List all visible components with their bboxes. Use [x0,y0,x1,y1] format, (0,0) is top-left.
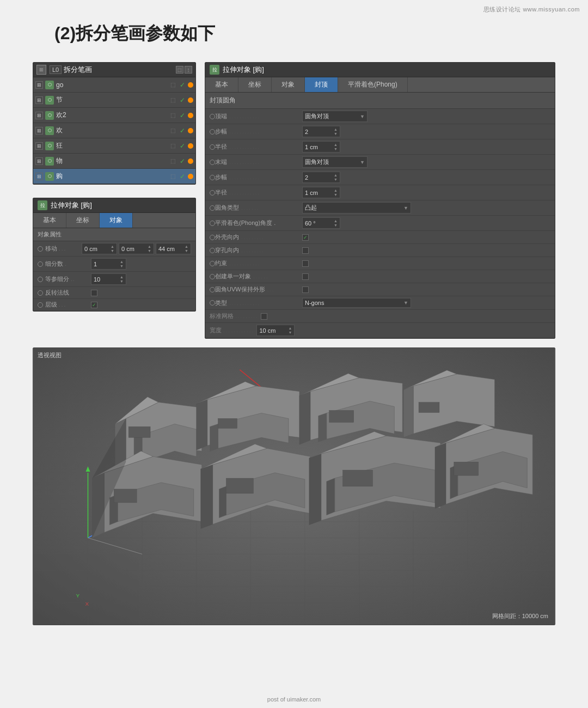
subdiv-input[interactable]: 1 ▲▼ [91,258,126,270]
list-item[interactable]: ⊞ ⬡ go ⬚ ✓ [33,77,195,93]
layer-ctrl-2[interactable]: ⋮ [185,66,192,74]
list-item[interactable]: ⊞ ⬡ 欢 ⬚ ✓ [33,123,195,138]
expand-btn[interactable]: ⊞ [35,96,43,104]
radio-phong [210,221,215,226]
tab-cap[interactable]: 封顶 [305,77,338,92]
label-bot: 末端 ............ [215,158,302,166]
move-y-val: 0 cm [121,246,134,252]
radio-shell [210,235,215,240]
expand-btn[interactable]: ⊞ [35,173,43,180]
hierarchy-check[interactable]: ✓ [91,302,97,308]
expand-btn[interactable]: ⊞ [35,112,43,119]
tab-coord[interactable]: 坐标 [238,77,272,92]
iso-input[interactable]: 10 ▲▼ [91,273,126,285]
prop-move: 移动 ... 0 cm ▲▼ 0 cm ▲▼ 44 cm ▲▼ [33,241,195,257]
iso-spinner[interactable]: ▲▼ [120,275,124,283]
check-vis: ✓ [178,96,187,105]
expand-btn[interactable]: ⊞ [35,157,43,165]
select-corner[interactable]: 凸起 ▼ [302,202,411,213]
prop-corner-type: 圆角类型 ....... 凸起 ▼ [205,200,555,216]
dropdown-arrow-3: ▼ [403,205,408,211]
prop-std-mesh: 标准网格 ......... [205,310,555,323]
list-item[interactable]: ⊞ ⬡ 狂 ⬚ ✓ [33,138,195,154]
layer-name: 狂 [56,141,166,150]
tab-basic[interactable]: 基本 [205,77,238,92]
layer-ctrl-1[interactable]: ⬚ [176,66,183,74]
list-item[interactable]: ⊞ ⬡ 节 ⬚ ✓ [33,93,195,108]
check-hole[interactable] [302,247,309,254]
prop-flip-normals: 反转法线 [33,287,195,299]
input-step2[interactable]: 2 ▲▼ [302,172,340,183]
check-shell[interactable]: ✓ [302,234,309,241]
spinner-width[interactable]: ▲▼ [288,326,292,334]
orange-dot [188,97,193,103]
expand-btn[interactable]: ⊞ [35,142,43,150]
tab-phong[interactable]: 平滑着色(Phong) [338,77,408,92]
val-step1: 2 ▲▼ [302,126,340,137]
prop-bottom-end: 末端 ............ 圆角对顶 ▼ [205,155,555,170]
label-step1: 步幅 ............ [215,127,302,136]
svg-rect-62 [329,411,354,423]
input-step2-val: 2 [305,174,308,181]
prop-label-move: 移动 ... [45,245,79,253]
spinner-r2[interactable]: ▲▼ [334,188,338,197]
right-panel: 拉 拉伸对象 [购] 基本 坐标 对象 封顶 平滑着色(Phong) 封顶圆角 … [205,62,555,339]
3d-viewport[interactable]: 透视视图 [33,347,555,625]
subdiv-spinner[interactable]: ▲▼ [120,260,124,268]
spinner-z[interactable]: ▲▼ [185,245,188,253]
svg-marker-49 [219,486,226,518]
tab-obj-2[interactable]: 对象 [100,213,133,228]
check-constrain[interactable] [302,260,309,267]
layer-icons: ⬚ ✓ [168,142,193,150]
select-type[interactable]: N-gons ▼ [302,298,411,308]
prop-top-end: 顶端 ............ 圆角对顶 ▼ [205,109,555,124]
select-bot[interactable]: 圆角对顶 ▼ [302,156,367,168]
svg-marker-73 [435,443,446,509]
input-radius2[interactable]: 1 cm ▲▼ [302,187,340,198]
spinner-x[interactable]: ▲▼ [111,245,114,253]
spinner-step1[interactable]: ▲▼ [334,127,338,136]
move-x[interactable]: 0 cm ▲▼ [82,243,117,254]
tab-basic-2[interactable]: 基本 [33,213,66,228]
spinner-r1[interactable]: ▲▼ [334,143,338,151]
input-radius1[interactable]: 1 cm ▲▼ [302,141,340,152]
list-item[interactable]: ⊞ ⬡ 购 ⬚ ✓ [33,169,195,184]
obj-icon: ⬡ [45,126,54,135]
input-width[interactable]: 10 cm ▲▼ [256,325,295,336]
svg-text:X: X [85,601,89,607]
spinner-phong[interactable]: ▲▼ [334,219,338,227]
prop-isoparm: 等参细分 .. 10 ▲▼ [33,272,195,287]
layer-panel-header: ⊞ L0 拆分笔画 ⬚ ⋮ [33,63,195,77]
layer-number: L0 [50,65,62,74]
select-bot-val: 圆角对顶 [305,158,329,166]
obj-tabs: 基本 坐标 对象 [33,213,195,228]
layer-name: 欢2 [56,111,166,120]
move-y[interactable]: 0 cm ▲▼ [119,243,154,254]
expand-btn[interactable]: ⊞ [35,81,43,89]
input-phong[interactable]: 60 ° ▲▼ [302,217,340,229]
spinner-y[interactable]: ▲▼ [148,245,151,253]
check-width-label: 宽度 ............ [210,326,254,334]
prop-label-iso: 等参细分 .. [45,275,89,283]
input-phong-val: 60 ° [305,220,316,227]
list-item[interactable]: ⊞ ⬡ 欢2 ⬚ ✓ [33,108,195,123]
radio-type [210,300,215,306]
orange-dot [188,174,193,179]
tab-obj[interactable]: 对象 [272,77,305,92]
layer-icons: ⬚ ✓ [168,172,193,181]
check-uvw[interactable] [302,286,309,293]
svg-marker-54 [327,478,335,515]
list-item[interactable]: ⊞ ⬡ 物 ⬚ ✓ [33,154,195,169]
tab-coord-2[interactable]: 坐标 [66,213,100,228]
spinner-step2[interactable]: ▲▼ [334,173,338,181]
label-radius1: 半径 ............ [215,143,302,151]
check-single[interactable] [302,273,309,280]
flip-normals-check[interactable] [91,290,97,296]
layer-panel-title: 拆分笔画 [64,65,92,75]
move-z[interactable]: 44 cm ▲▼ [156,243,191,254]
expand-btn[interactable]: ⊞ [35,127,43,135]
input-step1[interactable]: 2 ▲▼ [302,126,340,137]
check-std-mesh[interactable] [261,313,267,320]
select-top[interactable]: 圆角对顶 ▼ [302,111,367,122]
radio-top [210,114,215,119]
